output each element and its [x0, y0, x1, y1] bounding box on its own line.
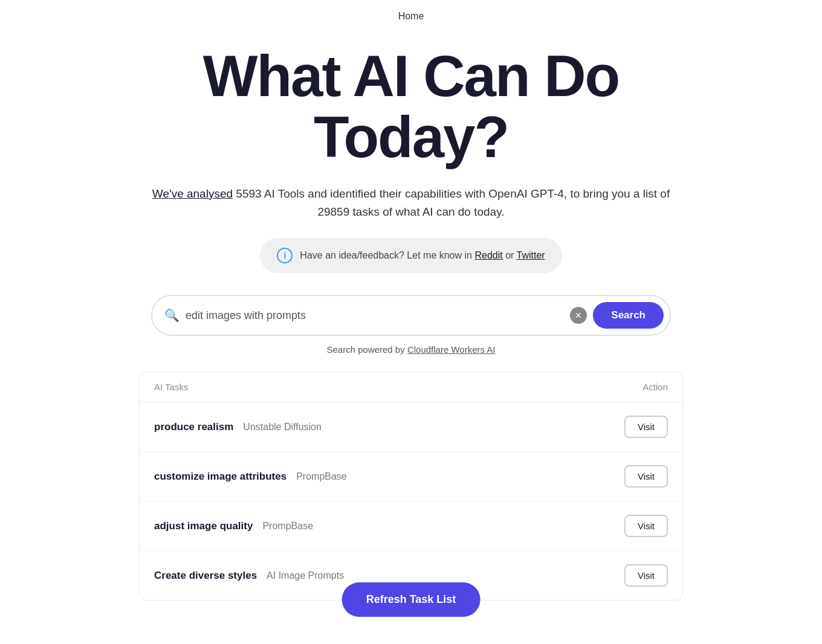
search-powered-text: Search powered by Cloudflare Workers AI	[151, 344, 671, 355]
hero-description-text: 5593 AI Tools and identified their capab…	[236, 187, 670, 218]
info-icon: i	[277, 248, 293, 263]
task-info: customize image attributes PrompBase	[154, 471, 347, 483]
task-info: Create diverse styles AI Image Prompts	[154, 570, 344, 582]
table-row: produce realism Unstable Diffusion Visit	[140, 402, 682, 452]
col-tasks-label: AI Tasks	[154, 382, 188, 392]
results-table: AI Tasks Action produce realism Unstable…	[139, 372, 683, 601]
reddit-link[interactable]: Reddit	[474, 250, 502, 260]
task-name: adjust image quality	[154, 520, 253, 532]
hero-section: What AI Can Do Today? We've analysed 559…	[133, 28, 689, 295]
task-name: produce realism	[154, 421, 233, 433]
task-name: customize image attributes	[154, 471, 286, 483]
visit-button[interactable]: Visit	[624, 465, 668, 488]
visit-button[interactable]: Visit	[624, 515, 668, 537]
search-button[interactable]: Search	[593, 302, 664, 329]
table-header: AI Tasks Action	[140, 372, 682, 402]
feedback-text: Have an idea/feedback? Let me know in Re…	[300, 250, 545, 261]
search-input[interactable]	[186, 309, 564, 322]
hero-title: What AI Can Do Today?	[145, 46, 677, 168]
task-tool: PrompBase	[296, 471, 347, 482]
task-info: produce realism Unstable Diffusion	[154, 421, 322, 433]
task-tool: AI Image Prompts	[267, 570, 344, 581]
search-icon: 🔍	[164, 308, 180, 323]
search-bar: 🔍 ✕ Search	[151, 295, 671, 336]
clear-search-button[interactable]: ✕	[570, 307, 587, 324]
nav-bar: Home	[0, 0, 822, 28]
table-row: Create diverse styles AI Image Prompts V…	[140, 551, 682, 600]
table-row: adjust image quality PrompBase Visit	[140, 501, 682, 551]
table-row: customize image attributes PrompBase Vis…	[140, 452, 682, 501]
col-action-label: Action	[642, 382, 668, 392]
hero-description: We've analysed 5593 AI Tools and identif…	[145, 185, 677, 222]
task-name: Create diverse styles	[154, 570, 257, 582]
twitter-link[interactable]: Twitter	[517, 250, 545, 260]
visit-button[interactable]: Visit	[624, 564, 668, 587]
visit-button[interactable]: Visit	[624, 416, 668, 438]
cloudflare-link[interactable]: Cloudflare Workers AI	[407, 344, 496, 355]
feedback-bar: i Have an idea/feedback? Let me know in …	[260, 238, 561, 273]
task-tool: Unstable Diffusion	[243, 422, 322, 433]
refresh-task-list-button[interactable]: Refresh Task List	[342, 582, 481, 617]
analysed-link[interactable]: We've analysed	[152, 187, 233, 200]
task-tool: PrompBase	[262, 521, 313, 532]
nav-home-link[interactable]: Home	[398, 11, 424, 21]
task-info: adjust image quality PrompBase	[154, 520, 313, 532]
search-section: 🔍 ✕ Search Search powered by Cloudflare …	[139, 295, 683, 355]
